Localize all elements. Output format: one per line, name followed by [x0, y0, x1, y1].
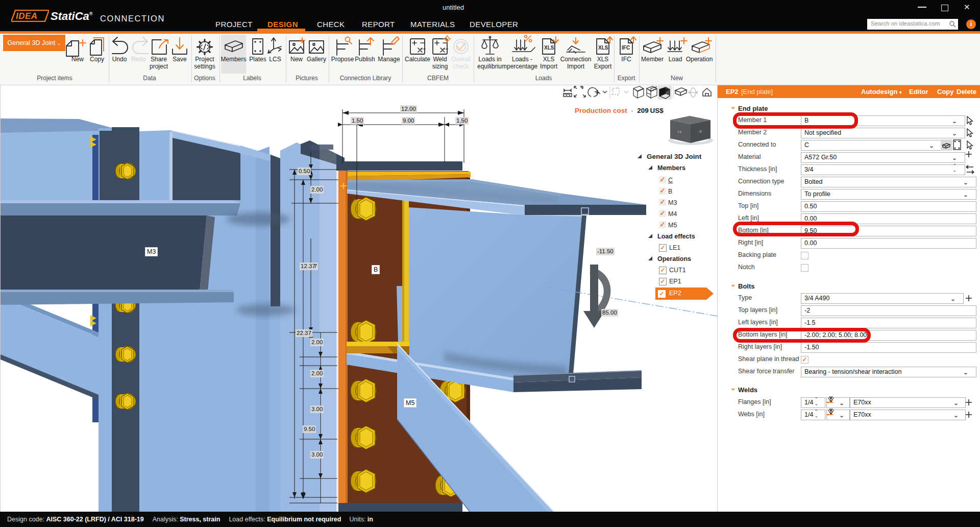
- svg-text:-X: -X: [698, 130, 702, 133]
- svg-text:IFC: IFC: [622, 45, 630, 51]
- svg-text:XLS: XLS: [544, 45, 554, 51]
- svg-text:+Y: +Y: [677, 130, 682, 134]
- svg-text:IDEA: IDEA: [16, 11, 38, 21]
- svg-text:XLS: XLS: [598, 45, 608, 51]
